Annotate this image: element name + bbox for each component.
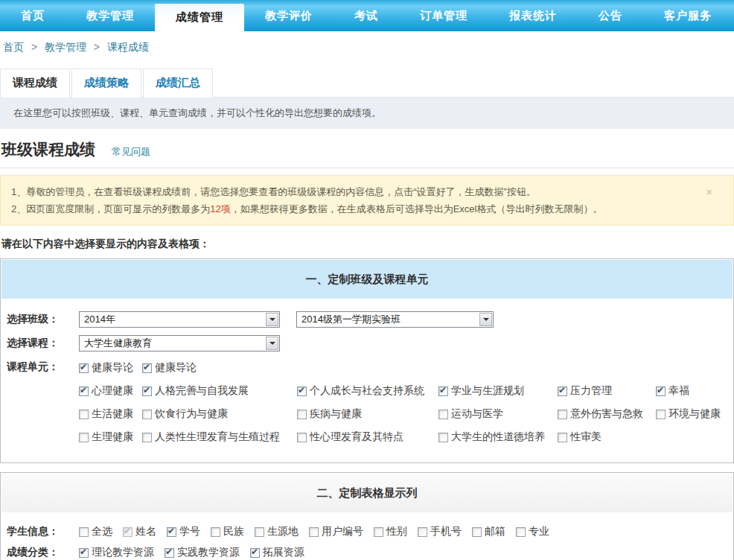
- checkbox-label: 实践教学资源: [177, 546, 240, 559]
- checkbox[interactable]: 人类性生理发育与生殖过程: [142, 430, 297, 444]
- checkbox[interactable]: 性心理发育及其特点: [297, 430, 438, 444]
- breadcrumb-link[interactable]: 教学管理: [45, 41, 86, 53]
- checkbox-icon: [297, 410, 307, 419]
- nav-item[interactable]: 教学管理: [66, 0, 155, 31]
- unit-row-3: 生活健康 饮食行为与健康 疾病与健康 运动与医学 意外伤害与急救 环境与健康: [79, 407, 727, 421]
- checkbox-icon: [142, 386, 152, 396]
- nav-item[interactable]: 报表统计: [488, 0, 578, 31]
- nav-item[interactable]: 公告: [578, 0, 643, 31]
- section-table-columns: 二、定制表格显示列 学生信息： 全选 姓名 学号 民族 生源地 用户编号 性别 …: [0, 472, 734, 560]
- checkbox[interactable]: 心理健康: [79, 384, 142, 398]
- nav-item-label: 考试: [354, 9, 378, 23]
- checkbox-label: 压力管理: [570, 384, 612, 398]
- info-bar-text: 在这里您可以按照班级、课程、单元查询成绩，并可以个性化的导出您想要的成绩项。: [13, 107, 381, 118]
- course-select[interactable]: 大学生健康教育: [79, 335, 280, 351]
- nav-item-label: 首页: [21, 9, 45, 23]
- unit-row-1: 健康导论 健康导论: [79, 361, 727, 375]
- dropdown-arrow-icon: [266, 337, 278, 350]
- breadcrumb-item: > 教学管理: [27, 41, 89, 53]
- nav-item[interactable]: 教学评价: [244, 0, 334, 31]
- notice-line-1: 1、尊敬的管理员，在查看班级课程成绩前，请您选择您要查看的班级级课程的内容信息，…: [11, 183, 703, 200]
- page-title: 班级课程成绩: [1, 139, 95, 160]
- checkbox[interactable]: 拓展资源: [250, 546, 304, 559]
- checkbox[interactable]: 健康导论: [79, 361, 142, 375]
- checkbox[interactable]: 民族: [211, 525, 244, 538]
- checkbox-label: 邮箱: [485, 525, 505, 538]
- close-icon[interactable]: ×: [706, 186, 712, 197]
- nav-item-label: 客户服务: [664, 9, 712, 23]
- section-1-title: 一、定制班级及课程单元: [1, 260, 733, 299]
- checkbox[interactable]: 姓名: [123, 525, 156, 538]
- breadcrumb-link[interactable]: 课程成绩: [107, 41, 149, 53]
- checkbox[interactable]: 手机号: [418, 525, 462, 538]
- checkbox-icon: [438, 386, 448, 396]
- checkbox-label: 学业与生涯规划: [451, 384, 524, 398]
- checkbox-label: 拓展资源: [263, 546, 304, 559]
- faq-link[interactable]: 常见问题: [112, 145, 150, 159]
- course-select-label: 选择课程：: [7, 337, 79, 350]
- checkbox-icon: [167, 527, 176, 537]
- checkbox[interactable]: 运动与医学: [438, 407, 558, 421]
- checkbox-icon: [438, 433, 448, 442]
- checkbox[interactable]: 人格完善与自我发展: [142, 384, 297, 398]
- sub-tab[interactable]: 成绩策略: [71, 69, 141, 98]
- checkbox[interactable]: 性别: [374, 525, 407, 538]
- nav-item[interactable]: 考试: [334, 0, 399, 31]
- checkbox[interactable]: 性审美: [558, 430, 656, 444]
- score-type-label: 成绩分类：: [7, 546, 79, 559]
- nav-item[interactable]: 客户服务: [643, 0, 733, 31]
- info-bar: 在这里您可以按照班级、课程、单元查询成绩，并可以个性化的导出您想要的成绩项。: [0, 97, 734, 129]
- checkbox-label: 性审美: [570, 430, 601, 444]
- checkbox-label: 意外伤害与急救: [570, 407, 643, 421]
- class-year-select[interactable]: 2014年: [79, 311, 280, 328]
- checkbox[interactable]: 生活健康: [79, 407, 142, 421]
- checkbox[interactable]: 专业: [516, 525, 549, 538]
- nav-item[interactable]: 首页: [0, 0, 66, 31]
- checkbox-icon: [142, 410, 152, 419]
- checkbox[interactable]: 压力管理: [558, 384, 656, 398]
- sub-tab[interactable]: 课程成绩: [0, 69, 70, 98]
- notice-line-2-before: 2、因页面宽度限制，页面可显示的列数最多为: [11, 203, 210, 214]
- nav-item[interactable]: 成绩管理: [155, 4, 244, 31]
- class-select-label: 选择班级：: [7, 313, 79, 326]
- checkbox-label: 幸福: [668, 384, 689, 398]
- checkbox-label: 用户编号: [322, 525, 363, 538]
- checkbox[interactable]: 生源地: [255, 525, 299, 538]
- checkbox[interactable]: 大学生的性道德培养: [438, 430, 558, 444]
- checkbox[interactable]: 环境与健康: [656, 407, 727, 421]
- checkbox-label: 专业: [529, 525, 549, 538]
- sub-tab[interactable]: 成绩汇总: [143, 69, 213, 98]
- checkbox[interactable]: 全选: [79, 525, 112, 538]
- checkbox-icon: [558, 386, 567, 396]
- page: 首页 教学管理 成绩管理 教学评价 考试 订单管理 报表统计 公告 客户服务 >…: [0, 0, 734, 560]
- checkbox[interactable]: 幸福: [656, 384, 727, 398]
- checkbox[interactable]: 健康导论: [142, 361, 297, 375]
- checkbox-icon: [418, 527, 427, 537]
- checkbox[interactable]: 个人成长与社会支持系统: [297, 384, 438, 398]
- checkbox[interactable]: 理论教学资源: [79, 546, 154, 559]
- checkbox[interactable]: 生理健康: [79, 430, 142, 444]
- class-name-value: 2014级第一学期实验班: [297, 313, 479, 326]
- checkbox[interactable]: 学号: [167, 525, 200, 538]
- sub-tab-label: 成绩汇总: [156, 76, 200, 89]
- checkbox-label: 手机号: [430, 525, 462, 538]
- checkbox-icon: [211, 527, 220, 537]
- checkbox[interactable]: 疾病与健康: [297, 407, 438, 421]
- nav-item[interactable]: 订单管理: [399, 0, 488, 31]
- notice-line-2-highlight: 12项: [210, 203, 230, 214]
- checkbox[interactable]: 学业与生涯规划: [438, 384, 558, 398]
- checkbox[interactable]: 用户编号: [309, 525, 363, 538]
- checkbox-icon: [142, 363, 152, 373]
- checkbox-icon: [472, 527, 482, 537]
- checkbox-label: 性别: [386, 525, 407, 538]
- checkbox[interactable]: 饮食行为与健康: [142, 407, 297, 421]
- checkbox[interactable]: 邮箱: [472, 525, 505, 538]
- checkbox-label: 生活健康: [92, 407, 133, 421]
- checkbox-icon: [297, 433, 307, 442]
- breadcrumb-link[interactable]: 首页: [3, 41, 24, 53]
- unit-row-4: 生理健康 人类性生理发育与生殖过程 性心理发育及其特点 大学生的性道德培养 性审…: [79, 430, 727, 444]
- dropdown-arrow-icon: [479, 313, 492, 326]
- checkbox[interactable]: 实践教学资源: [165, 546, 240, 559]
- checkbox[interactable]: 意外伤害与急救: [558, 407, 656, 421]
- class-name-select[interactable]: 2014级第一学期实验班: [296, 311, 494, 328]
